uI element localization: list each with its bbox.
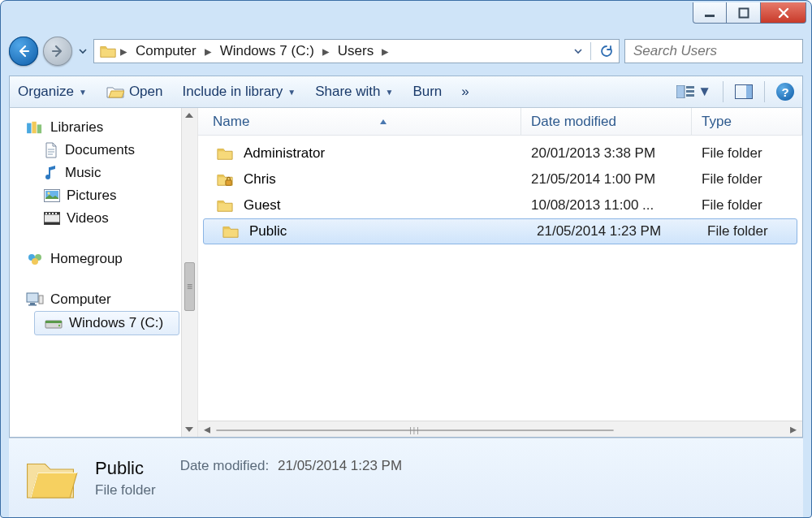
svg-rect-27 (30, 303, 35, 304)
view-button[interactable]: ▼ (676, 84, 711, 100)
svg-point-15 (48, 192, 50, 195)
details-kind: File folder (95, 482, 156, 499)
refresh-button[interactable] (599, 44, 614, 58)
nav-row: ▸ Computer ▸ Windows 7 (C:) ▸ Users ▸ (9, 33, 803, 69)
open-button[interactable]: Open (106, 84, 163, 100)
chevron-down-icon: ▼ (698, 84, 711, 100)
address-tail (574, 42, 617, 60)
svg-rect-5 (686, 90, 694, 93)
svg-rect-18 (45, 222, 60, 225)
svg-rect-26 (27, 293, 38, 302)
scrollbar-thumb[interactable] (184, 262, 195, 311)
file-date: 20/01/2013 3:38 PM (521, 145, 692, 162)
sidebar-item-documents[interactable]: Documents (10, 139, 197, 162)
file-type: File folder (692, 145, 802, 162)
file-date: 10/08/2013 11:00 ... (521, 197, 692, 214)
minimize-icon (704, 7, 715, 19)
details-pane: Public File folder Date modified: 21/05/… (9, 438, 803, 517)
svg-rect-19 (45, 213, 47, 214)
navigation-pane: Libraries Documents Music Pictures Video… (10, 108, 198, 437)
svg-rect-10 (32, 122, 36, 133)
column-type[interactable]: Type (692, 108, 802, 135)
burn-button[interactable]: Burn (412, 84, 442, 100)
breadcrumb-drive[interactable]: Windows 7 (C:) (215, 41, 319, 61)
arrow-left-icon (15, 43, 32, 59)
sort-asc-icon (256, 119, 511, 125)
file-list: Name Date modified Type Administrator 20… (198, 108, 802, 437)
file-type: File folder (698, 223, 797, 240)
column-name[interactable]: Name (198, 108, 521, 135)
chevron-down-icon (79, 47, 87, 55)
sidebar-item-drive[interactable]: Windows 7 (C:) (34, 311, 179, 335)
organize-button[interactable]: Organize▼ (18, 84, 87, 100)
file-date: 21/05/2014 1:00 PM (521, 171, 692, 188)
dropdown-icon[interactable] (574, 47, 582, 55)
svg-rect-1 (739, 8, 748, 17)
close-button[interactable] (761, 2, 806, 24)
file-row[interactable]: Administrator 20/01/2013 3:38 PM File fo… (198, 140, 802, 166)
file-date: 21/05/2014 1:23 PM (527, 223, 698, 240)
computer-icon (26, 292, 44, 307)
column-date[interactable]: Date modified (521, 108, 692, 135)
maximize-icon (738, 7, 749, 19)
rows-container: Administrator 20/01/2013 3:38 PM File fo… (198, 136, 802, 421)
address-bar[interactable]: ▸ Computer ▸ Windows 7 (C:) ▸ Users ▸ (93, 39, 620, 63)
chevron-right-icon: ▸ (205, 43, 212, 60)
preview-pane-button[interactable] (735, 84, 753, 99)
folder-icon (216, 145, 234, 162)
svg-point-25 (32, 258, 38, 265)
overflow-button[interactable]: » (461, 84, 469, 100)
folder-icon (99, 42, 117, 60)
svg-rect-11 (37, 124, 41, 133)
file-row[interactable]: Public 21/05/2014 1:23 PM File folder (203, 218, 797, 244)
refresh-icon (599, 44, 614, 58)
svg-rect-3 (676, 85, 685, 98)
horizontal-scrollbar[interactable]: ◂ ||| ▸ (198, 421, 802, 437)
chevron-right-icon: ▸ (382, 43, 389, 60)
svg-rect-29 (39, 296, 43, 304)
breadcrumb-users[interactable]: Users (333, 41, 378, 61)
breadcrumb-computer[interactable]: Computer (131, 41, 201, 61)
maximize-button[interactable] (727, 2, 761, 24)
document-icon (44, 142, 58, 158)
scrollbar-thumb[interactable]: ||| (216, 430, 614, 431)
chevron-down-icon: ▼ (79, 88, 87, 97)
sidebar-item-music[interactable]: Music (10, 162, 197, 184)
body: Libraries Documents Music Pictures Video… (9, 108, 803, 438)
search-input[interactable] (632, 42, 809, 60)
sidebar-item-libraries[interactable]: Libraries (10, 116, 197, 139)
file-row[interactable]: Chris 21/05/2014 1:00 PM File folder (198, 166, 802, 192)
help-button[interactable]: ? (776, 83, 794, 101)
svg-rect-8 (746, 85, 752, 98)
sidebar-item-pictures[interactable]: Pictures (10, 184, 197, 207)
forward-button[interactable] (43, 37, 72, 66)
chevron-down-icon: ▼ (386, 88, 394, 97)
folder-icon (222, 223, 240, 240)
file-name: Chris (244, 171, 276, 188)
share-button[interactable]: Share with▼ (315, 84, 393, 100)
chevron-down-icon: ▼ (287, 88, 296, 97)
open-icon (106, 84, 124, 99)
preview-pane-icon (735, 84, 753, 99)
sidebar-scrollbar[interactable] (181, 108, 197, 437)
sidebar-item-homegroup[interactable]: Homegroup (10, 248, 197, 270)
close-icon (777, 6, 790, 19)
command-bar: Organize▼ Open Include in library▼ Share… (9, 76, 803, 108)
details-name: Public (95, 458, 156, 479)
scroll-left-icon[interactable]: ◂ (201, 424, 213, 435)
folder-icon (22, 450, 79, 507)
history-dropdown[interactable] (77, 47, 89, 55)
svg-rect-22 (55, 213, 57, 214)
search-box[interactable] (624, 39, 803, 63)
sidebar-item-videos[interactable]: Videos (10, 207, 197, 230)
file-row[interactable]: Guest 10/08/2013 11:00 ... File folder (198, 192, 802, 218)
back-button[interactable] (9, 37, 38, 66)
libraries-icon (26, 120, 44, 135)
file-type: File folder (692, 171, 802, 188)
include-button[interactable]: Include in library▼ (182, 84, 296, 100)
minimize-button[interactable] (693, 2, 727, 24)
file-name: Guest (244, 197, 280, 214)
svg-rect-6 (686, 94, 694, 97)
sidebar-item-computer[interactable]: Computer (10, 288, 197, 311)
scroll-right-icon[interactable]: ▸ (788, 424, 799, 435)
